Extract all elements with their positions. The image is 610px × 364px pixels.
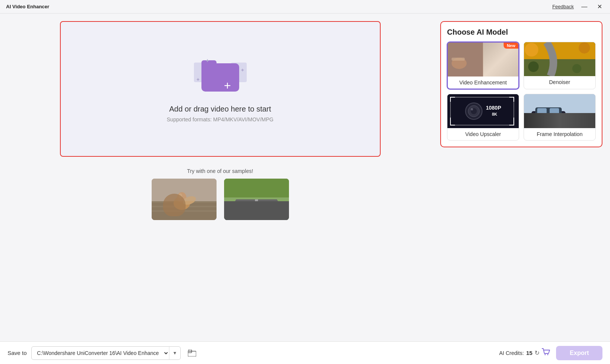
credits-value: 15 xyxy=(526,350,533,356)
sample-cars-thumb[interactable] xyxy=(224,179,289,220)
path-select-wrapper[interactable]: C:\Wondershare UniConverter 16\AI Video … xyxy=(31,346,181,360)
save-to-label: Save to xyxy=(8,350,27,356)
svg-rect-43 xyxy=(532,111,565,124)
svg-text:1080P: 1080P xyxy=(486,105,501,111)
folder-icon-wrapper: + ✦ ✦ ✦ xyxy=(194,56,247,97)
left-panel: + ✦ ✦ ✦ Add or drag video here to start … xyxy=(8,21,433,338)
main-content: + ✦ ✦ ✦ Add or drag video here to start … xyxy=(0,14,610,341)
drop-zone[interactable]: + ✦ ✦ ✦ Add or drag video here to start … xyxy=(60,21,381,157)
svg-point-31 xyxy=(528,61,539,72)
svg-marker-13 xyxy=(254,199,258,220)
svg-rect-42 xyxy=(524,116,595,128)
folder-plus-icon: + xyxy=(224,80,231,92)
svg-rect-17 xyxy=(269,208,277,213)
samples-section: Try with one of our samples! xyxy=(152,168,289,220)
svg-rect-49 xyxy=(524,118,533,118)
svg-rect-2 xyxy=(152,201,217,203)
model-card-video-upscaler[interactable]: 1080P 8K Video Upscaler xyxy=(447,94,519,141)
model-thumb-upscaler: 1080P 8K xyxy=(447,94,519,128)
svg-rect-45 xyxy=(537,108,547,114)
svg-point-22 xyxy=(489,50,508,69)
model-label-upscaler: Video Upscaler xyxy=(447,128,519,140)
svg-rect-9 xyxy=(152,179,217,201)
model-card-video-enhancement[interactable]: New Video Enhancement xyxy=(447,42,519,89)
title-bar-left: AI Video Enhancer xyxy=(6,4,49,9)
svg-point-37 xyxy=(471,108,473,110)
model-card-frame-interpolation[interactable]: Frame Interpolation xyxy=(524,94,596,141)
svg-rect-14 xyxy=(241,207,250,212)
svg-rect-50 xyxy=(524,120,531,121)
ai-model-container: Choose AI Model xyxy=(440,21,602,147)
path-select[interactable]: C:\Wondershare UniConverter 16\AI Video … xyxy=(32,350,169,356)
svg-rect-52 xyxy=(188,351,196,356)
refresh-button[interactable]: ↻ xyxy=(535,349,539,356)
svg-point-55 xyxy=(547,354,549,355)
model-thumb-enhancement: New xyxy=(448,43,518,76)
svg-marker-25 xyxy=(498,51,501,54)
cart-button[interactable] xyxy=(542,348,550,358)
close-button[interactable]: ✕ xyxy=(595,2,604,11)
right-panel: Choose AI Model xyxy=(440,21,602,338)
svg-rect-46 xyxy=(550,108,559,114)
sparkle-icon-1: ✦ xyxy=(196,76,200,83)
model-thumb-interpolation xyxy=(524,94,595,128)
model-grid: New Video Enhancement xyxy=(447,42,596,141)
title-bar: AI Video Enhancer Feedback — ✕ xyxy=(0,0,610,14)
svg-point-51 xyxy=(563,114,568,117)
svg-rect-15 xyxy=(260,206,270,212)
svg-marker-12 xyxy=(224,199,289,220)
svg-point-28 xyxy=(525,43,538,57)
svg-rect-20 xyxy=(452,58,465,61)
minimize-button[interactable]: — xyxy=(580,2,589,11)
svg-point-54 xyxy=(545,354,546,355)
model-card-denoiser[interactable]: Denoiser xyxy=(524,42,596,89)
feedback-link[interactable]: Feedback xyxy=(552,4,574,9)
new-badge: New xyxy=(504,43,518,49)
drop-sub-text: Supported formats: MP4/MKV/AVI/MOV/MPG xyxy=(167,116,274,122)
app-title: AI Video Enhancer xyxy=(6,4,49,9)
model-label-interpolation: Frame Interpolation xyxy=(524,128,595,140)
export-button[interactable]: Export xyxy=(556,346,602,360)
model-thumb-denoiser xyxy=(524,42,595,76)
drop-main-text: Add or drag video here to start xyxy=(169,105,271,113)
folder-main-icon: + xyxy=(201,63,239,92)
svg-point-47 xyxy=(535,121,542,128)
samples-row xyxy=(152,179,289,220)
sparkle-icon-3: ✦ xyxy=(205,58,210,64)
svg-point-30 xyxy=(572,64,581,73)
svg-rect-3 xyxy=(152,206,217,207)
svg-point-48 xyxy=(556,121,563,128)
credits-section: AI Credits: 15 ↻ xyxy=(499,348,550,358)
svg-text:8K: 8K xyxy=(492,112,497,116)
bottom-bar: Save to C:\Wondershare UniConverter 16\A… xyxy=(0,341,610,364)
svg-marker-24 xyxy=(496,50,500,54)
ai-model-title: Choose AI Model xyxy=(447,28,596,37)
svg-rect-4 xyxy=(152,210,217,212)
sample-squirrel-thumb[interactable] xyxy=(152,179,217,220)
svg-point-23 xyxy=(495,52,502,61)
svg-rect-32 xyxy=(447,94,519,128)
credits-label: AI Credits: xyxy=(499,350,524,356)
title-bar-right: Feedback — ✕ xyxy=(552,2,604,11)
folder-browse-button[interactable] xyxy=(185,346,199,360)
bottom-right: AI Credits: 15 ↻ Export xyxy=(499,346,602,360)
svg-point-29 xyxy=(579,42,590,54)
svg-rect-53 xyxy=(188,351,192,353)
svg-rect-11 xyxy=(224,179,289,197)
model-label-enhancement: Video Enhancement xyxy=(448,76,518,89)
sparkle-icon-2: ✦ xyxy=(240,67,245,73)
path-dropdown-button[interactable]: ▼ xyxy=(169,346,180,360)
samples-title: Try with one of our samples! xyxy=(187,168,253,174)
svg-rect-16 xyxy=(252,209,260,213)
model-label-denoiser: Denoiser xyxy=(524,76,595,88)
